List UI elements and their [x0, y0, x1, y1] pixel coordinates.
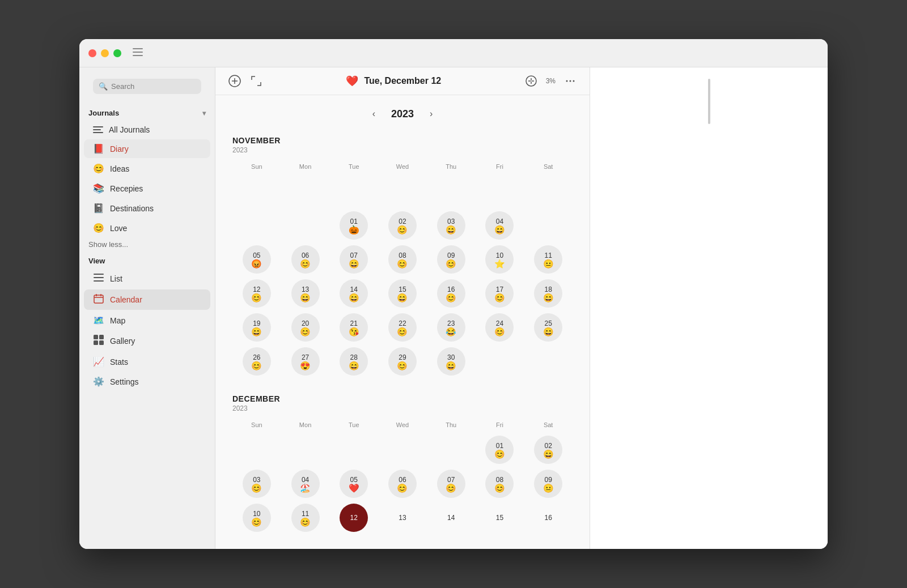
day-cell[interactable]: 11😊 [291, 504, 320, 532]
day-number: 05 [350, 476, 358, 484]
day-cell[interactable]: 17😊 [485, 279, 514, 308]
day-cell[interactable]: 08😊 [485, 470, 514, 498]
day-cell[interactable]: 26😊 [243, 347, 271, 376]
day-cell[interactable]: 11😐 [534, 245, 562, 274]
sidebar-item-list[interactable]: List [84, 269, 210, 288]
day-cell[interactable]: 10😊 [243, 504, 271, 532]
day-cell[interactable]: 12 [340, 504, 368, 532]
day-cell[interactable]: 27😍 [291, 347, 320, 376]
compass-icon[interactable] [523, 73, 539, 89]
sidebar-item-map[interactable]: 🗺️ Map [84, 311, 210, 330]
maximize-button[interactable] [113, 49, 121, 57]
sidebar-item-all-journals[interactable]: All Journals [84, 121, 210, 138]
day-wrapper: 20 [378, 536, 427, 549]
day-cell[interactable]: 16 [534, 504, 562, 532]
sidebar-item-ideas[interactable]: 😊 Ideas [84, 159, 210, 178]
day-cell[interactable]: 14 [437, 504, 465, 532]
day-cell[interactable]: 06😊 [388, 470, 417, 498]
day-cell[interactable]: 04🏖️ [291, 470, 320, 498]
journals-section-header[interactable]: Journals ▾ [79, 106, 215, 121]
day-cell[interactable]: 16😊 [437, 279, 465, 308]
sidebar-item-label: Ideas [110, 164, 129, 173]
sidebar-item-destinations[interactable]: 📓 Destinations [84, 199, 210, 218]
svg-rect-3 [94, 274, 104, 275]
close-button[interactable] [88, 49, 96, 57]
day-emoji: 😄 [543, 327, 554, 336]
minimize-button[interactable] [101, 49, 109, 57]
svg-point-17 [526, 76, 536, 86]
day-cell[interactable]: 08😊 [388, 245, 417, 274]
sidebar-item-diary[interactable]: 📕 Diary [84, 139, 210, 158]
day-cell[interactable]: 30😄 [437, 347, 465, 376]
day-cell[interactable]: 21 [437, 538, 465, 549]
day-cell[interactable]: 02😊 [388, 211, 417, 240]
sidebar-item-gallery[interactable]: Gallery [84, 331, 210, 351]
day-cell[interactable]: 23😂 [437, 313, 465, 342]
day-cell[interactable]: 05😡 [243, 245, 271, 274]
day-cell[interactable]: 22 [485, 538, 514, 549]
sidebar-item-love[interactable]: 😊 Love [84, 219, 210, 237]
day-cell[interactable]: 13😄 [291, 279, 320, 308]
sidebar-toggle-icon[interactable] [133, 48, 143, 58]
day-cell[interactable]: 07😊 [437, 470, 465, 498]
day-number: 23 [544, 548, 552, 549]
day-cell[interactable]: 20 [388, 538, 417, 549]
more-options-button[interactable] [562, 73, 578, 89]
day-number: 14 [350, 286, 358, 293]
day-wrapper [232, 210, 281, 241]
day-cell[interactable]: 24😊 [485, 313, 514, 342]
day-emoji: 😊 [397, 361, 408, 370]
day-cell[interactable]: 19 [340, 538, 368, 549]
add-entry-button[interactable] [227, 73, 243, 89]
sidebar-item-stats[interactable]: 📈 Stats [84, 352, 210, 371]
day-number: 21 [350, 319, 358, 327]
next-year-button[interactable]: › [425, 106, 437, 121]
scrollbar-thumb[interactable] [708, 79, 710, 124]
day-cell[interactable]: 12😊 [243, 279, 271, 308]
day-cell[interactable]: 07😄 [340, 245, 368, 274]
day-cell[interactable]: 18😄 [534, 279, 562, 308]
day-emoji: 😊 [397, 327, 408, 336]
day-cell[interactable]: 22😊 [388, 313, 417, 342]
day-emoji: 🎃 [349, 225, 359, 234]
day-cell[interactable]: 05❤️ [340, 470, 368, 498]
day-wrapper: 03😄 [427, 210, 476, 241]
font-size-badge[interactable]: 3% [546, 77, 556, 85]
day-cell[interactable]: 13 [388, 504, 417, 532]
search-input[interactable] [111, 82, 196, 91]
day-cell[interactable]: 17 [243, 538, 271, 549]
show-less-button[interactable]: Show less... [79, 238, 215, 254]
day-wrapper: 12😊 [232, 278, 281, 309]
day-cell[interactable]: 25😄 [534, 313, 562, 342]
day-cell[interactable]: 20😊 [291, 313, 320, 342]
day-cell[interactable]: 18 [291, 538, 320, 549]
prev-year-button[interactable]: ‹ [368, 106, 380, 121]
day-cell[interactable]: 03😄 [437, 211, 465, 240]
day-cell[interactable]: 29😊 [388, 347, 417, 376]
day-cell[interactable]: 23 [534, 538, 562, 549]
day-cell[interactable]: 01😊 [485, 436, 514, 464]
day-cell[interactable]: 04😄 [485, 211, 514, 240]
sidebar-item-settings[interactable]: ⚙️ Settings [84, 372, 210, 391]
day-cell[interactable]: 03😊 [243, 470, 271, 498]
day-cell[interactable]: 02😄 [534, 436, 562, 464]
day-cell[interactable]: 19😄 [243, 313, 271, 342]
day-wrapper [281, 210, 330, 241]
sidebar-item-calendar[interactable]: Calendar [84, 289, 210, 310]
day-cell[interactable]: 01🎃 [340, 211, 368, 240]
expand-icon[interactable] [248, 73, 264, 89]
day-cell[interactable]: 15😄 [388, 279, 417, 308]
day-cell[interactable]: 21😘 [340, 313, 368, 342]
day-cell[interactable]: 14😄 [340, 279, 368, 308]
day-cell[interactable]: 15 [485, 504, 514, 532]
search-bar[interactable]: 🔍 [93, 79, 201, 94]
day-cell[interactable]: 10⭐ [485, 245, 514, 274]
day-cell[interactable]: 09😊 [437, 245, 465, 274]
day-cell[interactable]: 09😐 [534, 470, 562, 498]
empty-day [291, 211, 320, 240]
sidebar-item-recepies[interactable]: 📚 Recepies [84, 179, 210, 198]
day-cell[interactable]: 28😄 [340, 347, 368, 376]
day-cell[interactable]: 06😊 [291, 245, 320, 274]
calendar-scroll[interactable]: ‹ 2023 › NOVEMBER 2023 SunMonTueWedThuFr… [215, 95, 590, 549]
day-number: 07 [350, 252, 358, 259]
